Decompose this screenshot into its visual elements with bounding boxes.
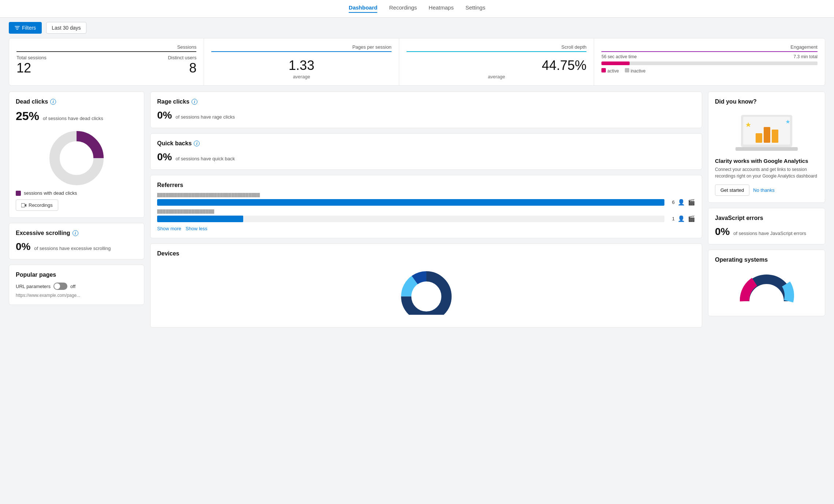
referrer-user-icon-1[interactable]: 👤 [678,199,685,206]
dead-clicks-title: Dead clicks i [16,98,137,105]
js-errors-title: JavaScript errors [715,215,818,221]
middle-column: Rage clicks i 0% of sessions have rage c… [150,92,702,328]
top-navigation: Dashboard Recordings Heatmaps Settings [0,0,834,18]
referrers-actions: Show more Show less [157,226,695,231]
referrer-bar-1 [157,199,664,206]
active-time-label: 56 sec active time [601,54,637,59]
total-sessions-label: Total sessions [16,55,47,60]
date-filter-button[interactable]: Last 30 days [46,22,86,34]
stats-row: Sessions Total sessions 12 Distinct user… [9,38,825,86]
svg-rect-9 [756,133,762,143]
quick-backs-sub: of sessions have quick back [175,156,235,161]
referrer-url-2: ████████████████████ [157,209,267,214]
devices-donut-wrap [157,261,695,321]
engagement-bar [601,61,630,65]
referrer-item-2: ████████████████████ 1 👤 🎬 [157,209,695,222]
nav-recordings[interactable]: Recordings [389,4,417,13]
nav-links: Dashboard Recordings Heatmaps Settings [349,4,485,13]
active-legend: active [607,68,619,74]
dyk-card-desc: Connect your accounts and get links to s… [715,166,818,179]
quick-backs-card: Quick backs i 0% of sessions have quick … [150,133,702,170]
referrer-item-1: ████████████████████████████████████ 6 👤… [157,193,695,206]
js-errors-card: JavaScript errors 0% of sessions have Ja… [708,208,825,244]
excessive-scrolling-title: Excessive scrolling i [16,230,137,236]
rage-clicks-title: Rage clicks i [157,98,695,105]
recordings-button[interactable]: Recordings [16,199,58,211]
pages-per-session-value: 1.33 [211,58,391,73]
svg-rect-10 [764,127,770,143]
referrers-card: Referrers ██████████████████████████████… [150,175,702,238]
engagement-legend: active inactive [601,68,818,74]
referrer-recording-icon-1[interactable]: 🎬 [688,199,695,206]
did-you-know-illustration [715,109,818,153]
rage-clicks-sub: of sessions have rage clicks [175,114,235,120]
analytics-illustration [734,109,800,153]
referrer-url-1: ████████████████████████████████████ [157,193,267,197]
os-donut-wrap [715,268,818,309]
referrer-count-1: 6 [667,199,675,205]
total-sessions-value: 12 [16,60,47,76]
nav-dashboard[interactable]: Dashboard [349,4,377,13]
dead-clicks-info-icon[interactable]: i [50,99,56,105]
rage-clicks-info-icon[interactable]: i [192,99,197,105]
quick-backs-info-icon[interactable]: i [194,141,200,146]
scroll-depth-label: Scroll depth [407,44,586,50]
os-donut-svg [737,272,796,305]
pages-per-session-stat: Pages per session 1.33 average [204,38,399,85]
distinct-users-value: 8 [168,60,196,76]
dyk-actions: Get started No thanks [715,184,818,196]
inactive-legend: inactive [631,68,646,74]
show-more-button[interactable]: Show more [157,226,181,231]
quick-backs-pct: 0% [157,151,172,163]
rage-clicks-pct: 0% [157,109,172,121]
get-started-button[interactable]: Get started [715,184,749,196]
devices-donut-svg [397,267,456,315]
scroll-depth-avg: average [407,74,586,79]
excessive-scrolling-sub: of sessions have excessive scrolling [34,246,111,251]
svg-rect-2 [21,204,25,207]
svg-rect-11 [772,130,778,143]
os-title: Operating systems [715,257,818,263]
referrer-user-icon-2[interactable]: 👤 [678,215,685,222]
dead-clicks-sub: of sessions have dead clicks [43,116,103,121]
dead-clicks-card: Dead clicks i 25% of sessions have dead … [9,92,144,218]
recordings-icon [21,203,26,208]
sessions-label: Sessions [16,44,196,50]
sessions-stat: Sessions Total sessions 12 Distinct user… [9,38,204,85]
devices-card: Devices [150,243,702,328]
total-time-label: 7.3 min total [794,54,818,59]
os-card: Operating systems [708,250,825,316]
show-less-button[interactable]: Show less [186,226,207,231]
engagement-label: Engagement [601,44,818,50]
distinct-users-label: Distinct users [168,55,196,60]
filters-button[interactable]: Filters [9,22,42,34]
dead-clicks-donut [16,129,137,187]
nav-settings[interactable]: Settings [466,4,485,13]
popular-pages-title: Popular pages [16,272,137,278]
url-params-toggle[interactable] [53,283,67,290]
pages-per-session-label: Pages per session [211,44,391,50]
no-thanks-button[interactable]: No thanks [753,187,775,193]
referrer-count-2: 1 [667,216,675,221]
excessive-scrolling-info-icon[interactable]: i [73,230,78,236]
js-errors-pct: 0% [715,226,730,237]
dead-clicks-legend: sessions with dead clicks [16,190,137,196]
scroll-depth-value: 44.75% [407,58,586,73]
did-you-know-card: Did you know? Clarity works with G [708,92,825,203]
svg-rect-8 [735,147,798,151]
referrer-recording-icon-2[interactable]: 🎬 [688,215,695,222]
excessive-scrolling-card: Excessive scrolling i 0% of sessions hav… [9,223,144,260]
engagement-stat: Engagement 56 sec active time 7.3 min to… [594,38,825,85]
url-params-toggle-wrap: URL parameters off [16,283,137,290]
toolbar: Filters Last 30 days [0,18,834,38]
left-column: Dead clicks i 25% of sessions have dead … [9,92,144,328]
scroll-depth-stat: Scroll depth 44.75% average [399,38,594,85]
dead-clicks-donut-svg [47,129,106,187]
referrers-title: Referrers [157,182,695,188]
js-errors-sub: of sessions have JavaScript errors [733,231,806,236]
dyk-card-title: Clarity works with Google Analytics [715,158,818,164]
did-you-know-title: Did you know? [715,98,818,105]
pages-per-session-avg: average [211,74,391,79]
popular-pages-url: https://www.example.com/page... [16,293,137,298]
nav-heatmaps[interactable]: Heatmaps [429,4,453,13]
